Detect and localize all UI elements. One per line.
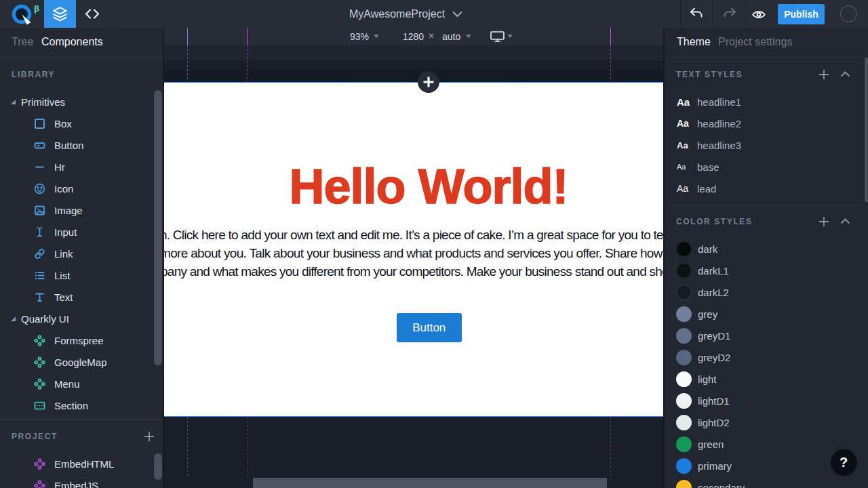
svg-text:β: β — [34, 3, 39, 14]
